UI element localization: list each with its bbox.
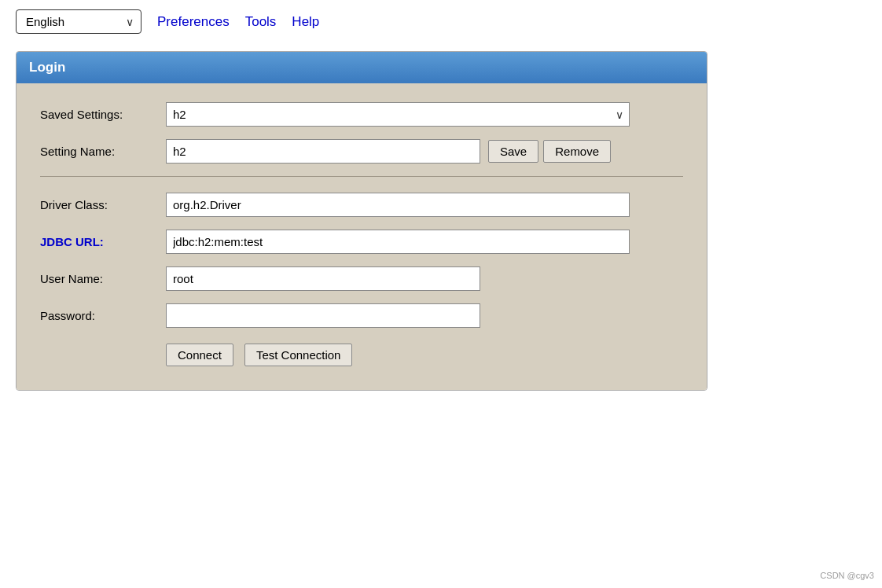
user-name-label: User Name: <box>40 272 166 285</box>
setting-name-label: Setting Name: <box>40 145 166 158</box>
saved-settings-label: Saved Settings: <box>40 108 166 121</box>
remove-button[interactable]: Remove <box>543 140 611 163</box>
login-panel-body: Saved Settings: h2 Setting Name: Save Re… <box>17 83 707 390</box>
setting-name-row: Setting Name: Save Remove <box>40 139 683 164</box>
jdbc-url-label: JDBC URL: <box>40 235 166 248</box>
username-input[interactable] <box>166 266 480 291</box>
language-select[interactable]: English German French Spanish <box>16 9 141 34</box>
language-select-wrapper: English German French Spanish ∨ <box>16 9 141 34</box>
password-label: Password: <box>40 309 166 322</box>
driver-class-label: Driver Class: <box>40 198 166 211</box>
password-input[interactable] <box>166 303 480 328</box>
driver-class-input[interactable] <box>166 193 630 217</box>
login-title: Login <box>29 60 65 75</box>
connect-button[interactable]: Connect <box>166 344 233 366</box>
action-row: Connect Test Connection <box>40 344 683 366</box>
top-nav: English German French Spanish ∨ Preferen… <box>0 0 882 43</box>
jdbc-url-row: JDBC URL: <box>40 230 683 254</box>
saved-settings-select-wrapper: h2 <box>166 102 630 127</box>
login-panel-header: Login <box>17 52 707 83</box>
saved-settings-select[interactable]: h2 <box>166 102 630 127</box>
saved-settings-row: Saved Settings: h2 <box>40 102 683 127</box>
save-button[interactable]: Save <box>488 140 538 163</box>
jdbc-url-input[interactable] <box>166 230 630 254</box>
tools-link[interactable]: Tools <box>245 14 277 30</box>
login-panel: Login Saved Settings: h2 Setting Name: S… <box>16 51 707 391</box>
watermark: CSDN @cgv3 <box>820 571 874 580</box>
section-divider <box>40 176 683 177</box>
preferences-link[interactable]: Preferences <box>157 14 230 30</box>
password-row: Password: <box>40 303 683 328</box>
setting-name-input[interactable] <box>166 139 480 164</box>
test-connection-button[interactable]: Test Connection <box>244 344 353 366</box>
user-name-row: User Name: <box>40 266 683 291</box>
help-link[interactable]: Help <box>292 14 319 30</box>
driver-class-row: Driver Class: <box>40 193 683 217</box>
